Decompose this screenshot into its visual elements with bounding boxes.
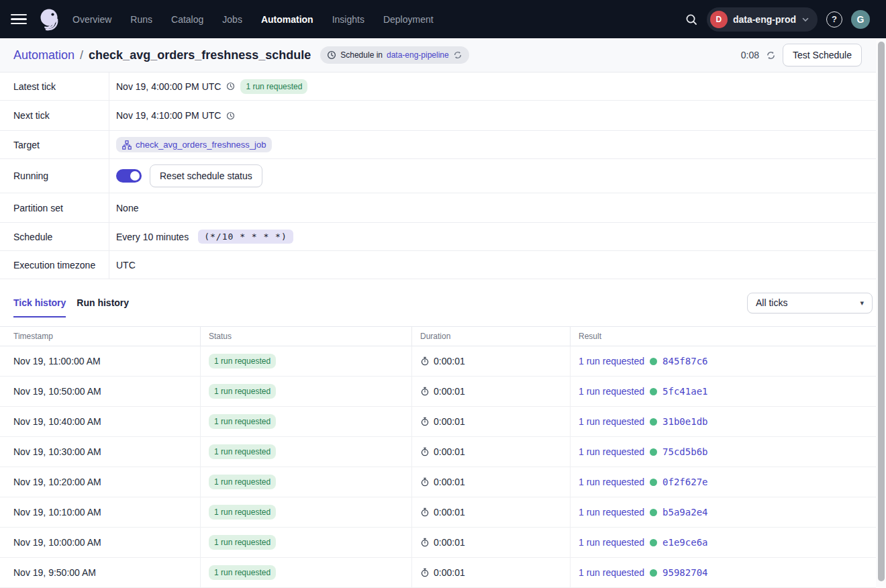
detail-row-schedule: Schedule Every 10 minutes (*/10 * * * *) [0,223,886,251]
run-success-dot [650,448,657,456]
run-id-link[interactable]: e1e9ce6a [662,537,707,548]
nav-item-jobs[interactable]: Jobs [222,14,242,25]
running-toggle[interactable] [116,169,142,183]
reset-schedule-status-button[interactable]: Reset schedule status [150,164,262,187]
tick-result-link[interactable]: 1 run requested [579,446,644,457]
tick-duration: 0:00:01 [434,446,465,457]
clock-icon [226,82,235,91]
tick-timestamp: Nov 19, 10:00:00 AM [13,537,101,548]
detail-label: Latest tick [0,72,109,100]
reload-repo-icon[interactable] [453,50,462,60]
tick-timestamp: Nov 19, 10:10:00 AM [13,507,101,518]
latest-tick-result-badge: 1 run requested [240,79,307,94]
nav-item-runs[interactable]: Runs [130,14,152,25]
column-header-timestamp: Timestamp [0,327,201,346]
search-icon[interactable] [685,13,698,26]
nav-item-automation[interactable]: Automation [261,14,313,25]
page-title: check_avg_orders_freshness_schdule [89,48,311,62]
tick-result-link[interactable]: 1 run requested [579,477,644,487]
run-id-link[interactable]: b5a9a2e4 [662,507,707,518]
tick-result-link[interactable]: 1 run requested [579,386,644,397]
tick-table-row: Nov 19, 9:50:00 AM 1 run requested 0:00:… [0,558,886,588]
cron-expression-badge: (*/10 * * * *) [198,230,293,244]
stopwatch-icon [420,387,430,396]
tick-timestamp: Nov 19, 10:50:00 AM [13,386,101,397]
vertical-scrollbar [876,39,886,588]
tick-timestamp: Nov 19, 10:20:00 AM [13,477,101,487]
nav-item-overview[interactable]: Overview [72,14,111,25]
tick-duration: 0:00:01 [434,477,465,487]
tick-duration: 0:00:01 [434,386,465,397]
tick-status-badge: 1 run requested [209,384,276,399]
target-job-name: check_avg_orders_freshness_job [136,140,266,150]
page-header: Automation / check_avg_orders_freshness_… [0,38,886,72]
tick-table-row: Nov 19, 10:20:00 AM 1 run requested 0:00… [0,467,886,497]
run-success-dot [650,509,657,516]
tick-duration: 0:00:01 [434,567,465,578]
breadcrumb-separator: / [80,48,83,62]
next-tick-time: Nov 19, 4:10:00 PM UTC [116,110,221,121]
tick-status-badge: 1 run requested [209,414,276,429]
test-schedule-button[interactable]: Test Schedule [783,44,862,66]
run-id-link[interactable]: 845f87c6 [662,356,707,366]
dagster-logo-icon[interactable] [36,7,62,32]
tick-result-link[interactable]: 1 run requested [579,416,644,427]
tick-result-link[interactable]: 1 run requested [579,537,644,548]
repo-link[interactable]: data-eng-pipeline [387,50,449,60]
target-job-link[interactable]: check_avg_orders_freshness_job [116,137,272,152]
run-id-link[interactable]: 95982704 [662,567,707,578]
tick-table-row: Nov 19, 10:00:00 AM 1 run requested 0:00… [0,528,886,558]
stopwatch-icon [420,356,430,366]
scrollbar-thumb[interactable] [878,42,885,581]
history-tabs-row: Tick history Run history All ticks ▾ [0,279,886,326]
workspace-name: data-eng-prod [733,14,796,25]
run-id-link[interactable]: 5fc41ae1 [662,386,707,397]
nav-item-catalog[interactable]: Catalog [171,14,203,25]
run-id-link[interactable]: 31b0e1db [662,416,707,427]
page-header-actions: 0:08 Test Schedule [741,44,862,66]
tick-result-link[interactable]: 1 run requested [579,356,644,366]
stopwatch-icon [420,447,430,456]
stopwatch-icon [420,417,430,426]
detail-label: Target [0,131,109,158]
tick-filter-select[interactable]: All ticks ▾ [747,293,873,313]
tick-duration: 0:00:01 [434,537,465,548]
tick-table-header: Timestamp Status Duration Result [0,326,886,346]
job-icon [122,140,132,150]
tab-tick-history[interactable]: Tick history [13,279,66,326]
tick-filter-selected-value: All ticks [756,297,787,308]
run-success-dot [650,418,657,426]
nav-item-deployment[interactable]: Deployment [383,14,434,25]
nav-items: OverviewRunsCatalogJobsAutomationInsight… [72,14,434,25]
tick-table-row: Nov 19, 11:00:00 AM 1 run requested 0:00… [0,346,886,377]
tick-status-badge: 1 run requested [209,535,276,550]
tick-result-link[interactable]: 1 run requested [579,567,644,578]
nav-item-insights[interactable]: Insights [332,14,364,25]
tick-timestamp: Nov 19, 10:30:00 AM [13,446,101,457]
tick-timestamp: Nov 19, 9:50:00 AM [13,567,96,578]
tick-result-link[interactable]: 1 run requested [579,507,644,518]
tick-timestamp: Nov 19, 10:40:00 AM [13,416,101,427]
help-icon[interactable]: ? [826,11,842,28]
breadcrumb-automation-link[interactable]: Automation [13,48,75,62]
detail-label: Schedule [0,223,109,250]
run-id-link[interactable]: 0f2f627e [662,477,707,487]
column-header-result: Result [571,332,886,341]
detail-label: Next tick [0,101,109,130]
workspace-switcher[interactable]: D data-eng-prod [707,7,818,32]
detail-label: Running [0,159,109,193]
latest-tick-time: Nov 19, 4:00:00 PM UTC [116,81,221,92]
tick-status-badge: 1 run requested [209,354,276,369]
tick-table-body: Nov 19, 11:00:00 AM 1 run requested 0:00… [0,346,886,588]
nav-right: D data-eng-prod ? G [685,7,870,32]
tick-duration: 0:00:01 [434,416,465,427]
run-id-link[interactable]: 75cd5b6b [662,446,707,457]
tab-run-history[interactable]: Run history [77,279,129,326]
tick-table-row: Nov 19, 10:10:00 AM 1 run requested 0:00… [0,497,886,528]
refresh-icon[interactable] [766,50,776,60]
hamburger-menu-icon[interactable] [11,14,27,25]
user-avatar[interactable]: G [851,10,870,29]
column-header-status: Status [201,327,412,346]
detail-row-next-tick: Next tick Nov 19, 4:10:00 PM UTC [0,101,886,131]
detail-row-running: Running Reset schedule status [0,159,886,193]
